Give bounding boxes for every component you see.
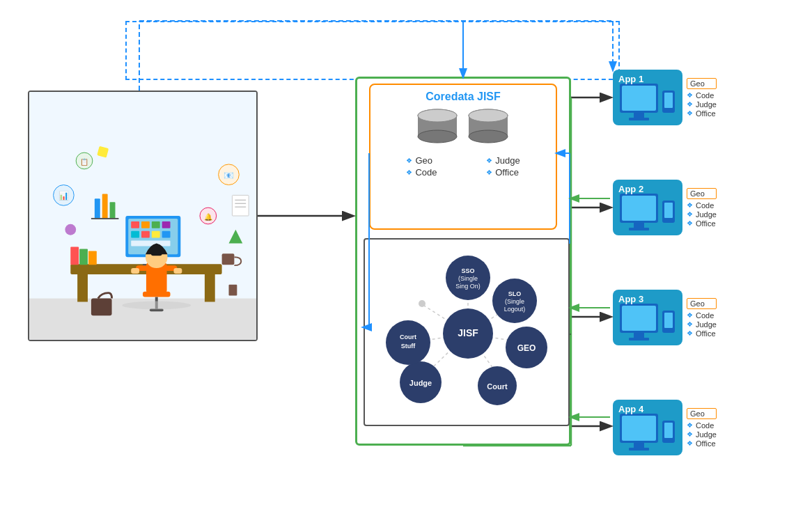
app-1-fields: Geo ❖ Code ❖ Judge ❖ Office (687, 78, 717, 118)
svg-rect-95 (664, 109, 673, 111)
user-illustration: 📊 📧 📋 🔔 (29, 92, 256, 340)
app-4-fields: Geo ❖ Code ❖ Judge ❖ Office (687, 408, 717, 448)
d10: ❖ (687, 421, 693, 429)
app-1-geo-badge: Geo (687, 78, 717, 89)
app-2-geo-badge: Geo (687, 188, 717, 199)
svg-text:JISF: JISF (458, 327, 478, 338)
svg-rect-97 (622, 196, 656, 221)
svg-rect-20 (88, 251, 97, 265)
svg-text:SLO: SLO (508, 290, 522, 297)
app-3-box: App 3 (613, 290, 682, 345)
svg-rect-43 (228, 285, 237, 296)
field-code: ❖ Code (406, 167, 437, 178)
svg-text:SSO: SSO (461, 267, 474, 274)
svg-rect-48 (232, 195, 249, 216)
svg-rect-115 (664, 423, 673, 438)
coredata-col-left: ❖ Geo ❖ Code (406, 155, 437, 178)
app-4-label: App 4 (618, 404, 643, 414)
svg-rect-99 (629, 228, 649, 230)
d4: ❖ (687, 201, 693, 209)
svg-rect-91 (634, 113, 644, 118)
field-judge: ❖ Judge (486, 155, 520, 166)
svg-point-56 (418, 130, 457, 143)
app-2-fields: Geo ❖ Code ❖ Judge ❖ Office (687, 188, 717, 228)
d3: ❖ (687, 109, 693, 117)
field-geo: ❖ Geo (406, 155, 437, 166)
d12: ❖ (687, 439, 693, 447)
user-illustration-box: 📊 📧 📋 🔔 (28, 91, 258, 341)
app-3-fields: Geo ❖ Code ❖ Judge ❖ Office (687, 298, 717, 338)
coredata-col-right: ❖ Judge ❖ Office (486, 155, 520, 178)
diamond-icon-code: ❖ (406, 169, 412, 176)
app-1-label: App 1 (618, 74, 643, 84)
svg-text:Court: Court (400, 334, 416, 340)
app-1-box: App 1 (613, 70, 682, 125)
field-office: ❖ Office (486, 167, 520, 178)
svg-rect-18 (70, 246, 79, 265)
d6: ❖ (687, 219, 693, 227)
svg-text:📊: 📊 (58, 191, 69, 201)
circles-area: JISF SSO (Single Sing On) SLO (Single Lo… (365, 240, 568, 425)
app-1-field-judge: ❖ Judge (687, 100, 717, 109)
d7: ❖ (687, 311, 693, 319)
svg-point-53 (122, 301, 191, 309)
app-3-icons (616, 300, 679, 345)
db-container (370, 109, 556, 147)
diamond-icon-geo: ❖ (406, 157, 412, 164)
svg-rect-46 (110, 202, 116, 219)
app-4-field-office: ❖ Office (687, 439, 717, 448)
d5: ❖ (687, 210, 693, 218)
svg-rect-101 (664, 203, 673, 218)
svg-rect-13 (131, 231, 139, 238)
app-1-group: App 1 Geo ❖ Code ❖ Judge ❖ Office (613, 70, 717, 125)
app-4-icons (616, 410, 679, 455)
svg-rect-21 (222, 253, 235, 265)
svg-text:GEO: GEO (517, 343, 536, 353)
svg-rect-108 (664, 313, 673, 328)
svg-rect-116 (664, 439, 673, 441)
svg-text:Sing On): Sing On) (455, 283, 481, 290)
svg-rect-17 (131, 241, 170, 246)
app-1-icons (616, 80, 679, 125)
d9: ❖ (687, 329, 693, 337)
app-2-field-judge: ❖ Judge (687, 210, 717, 219)
svg-point-42 (65, 224, 76, 235)
app-2-label: App 2 (618, 184, 643, 194)
svg-point-61 (469, 109, 508, 122)
svg-text:📧: 📧 (224, 171, 234, 180)
judge-label: Judge (495, 155, 520, 166)
app-2-box: App 2 (613, 180, 682, 235)
dashed-border-top (125, 21, 620, 80)
svg-text:Court: Court (487, 382, 508, 391)
jisf-circles-svg: JISF SSO (Single Sing On) SLO (Single Lo… (365, 240, 571, 428)
svg-rect-102 (664, 219, 673, 221)
desk-scene-svg: 📊 📧 📋 🔔 (29, 91, 256, 341)
svg-rect-109 (664, 329, 673, 331)
svg-point-57 (418, 109, 457, 122)
coredata-title: Coredata JISF (370, 85, 556, 106)
svg-rect-52 (91, 299, 112, 316)
app-2-icons (616, 190, 679, 235)
svg-rect-113 (629, 448, 649, 451)
app-3-group: App 3 Geo ❖ Code ❖ Judge ❖ Office (613, 290, 717, 345)
svg-text:📋: 📋 (80, 157, 89, 166)
coredata-fields: ❖ Geo ❖ Code ❖ Judge ❖ Office (370, 152, 556, 180)
svg-rect-9 (131, 221, 139, 228)
app-3-geo-badge: Geo (687, 298, 717, 309)
svg-rect-45 (102, 194, 108, 219)
svg-rect-44 (95, 198, 100, 219)
geo-label: Geo (415, 155, 432, 166)
app-3-field-code: ❖ Code (687, 311, 717, 320)
d11: ❖ (687, 430, 693, 438)
code-label: Code (415, 167, 437, 178)
app-2-field-code: ❖ Code (687, 201, 717, 210)
svg-rect-15 (152, 231, 160, 238)
svg-point-60 (469, 130, 508, 143)
svg-rect-106 (629, 338, 649, 340)
app-2-group: App 2 Geo ❖ Code ❖ Judge ❖ Office (613, 180, 717, 235)
svg-rect-3 (77, 274, 88, 302)
svg-text:(Single: (Single (505, 298, 524, 305)
d1: ❖ (687, 91, 693, 99)
cylinder-1 (415, 109, 460, 147)
svg-rect-111 (622, 416, 656, 441)
